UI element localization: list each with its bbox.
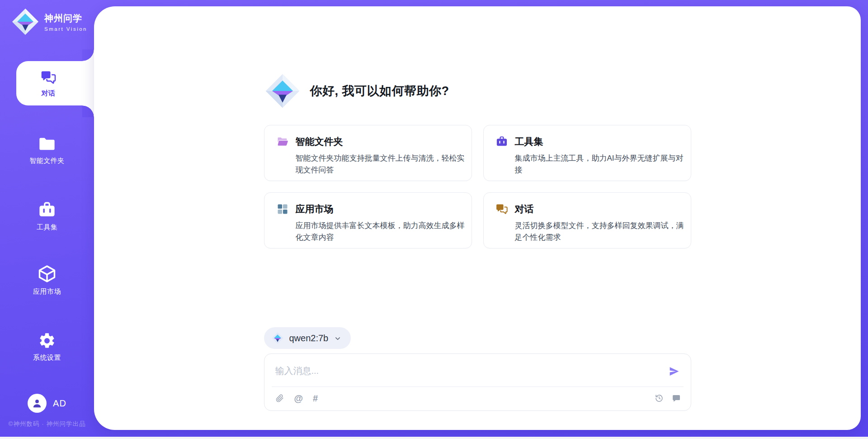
composer-tools-right	[655, 394, 681, 403]
sidebar-item-chat[interactable]: 对话	[16, 61, 94, 105]
horizontal-scrollbar[interactable]	[0, 437, 868, 439]
paperclip-icon	[275, 394, 284, 403]
card-app-market[interactable]: 应用市场 应用市场提供丰富长文本模板，助力高效生成多样化文章内容	[264, 192, 472, 248]
card-description: 灵活切换多模型文件，支持多样回复效果调试，满足个性化需求	[515, 220, 688, 244]
sidebar-item-app-market[interactable]: 应用市场	[0, 264, 94, 296]
card-chat[interactable]: 对话 灵活切换多模型文件，支持多样回复效果调试，满足个性化需求	[483, 192, 691, 248]
conversation-button[interactable]	[672, 394, 681, 403]
mention-button[interactable]: @	[294, 394, 303, 403]
model-name: qwen2:7b	[289, 333, 329, 344]
main-panel: 你好, 我可以如何帮助你? 智能文件夹 智能文件夹功能支持批量文件上传与清洗，轻…	[94, 6, 861, 430]
greeting-title: 你好, 我可以如何帮助你?	[310, 83, 449, 99]
sidebar: 神州问学 Smart Vision 对话 智能文件夹	[0, 0, 94, 439]
card-description: 应用市场提供丰富长文本模板，助力高效生成多样化文章内容	[296, 220, 468, 244]
folder-open-icon	[276, 135, 289, 148]
card-title: 工具集	[515, 135, 543, 148]
card-title: 应用市场	[296, 203, 334, 215]
card-title: 对话	[515, 203, 534, 215]
sidebar-item-label: 应用市场	[33, 287, 61, 296]
card-title: 智能文件夹	[296, 135, 343, 148]
chat-icon	[495, 203, 508, 215]
composer-tools-left: @ #	[275, 394, 318, 403]
history-button[interactable]	[655, 394, 664, 403]
toolbox-icon	[38, 200, 57, 220]
feature-cards: 智能文件夹 智能文件夹功能支持批量文件上传与清洗，轻松实现文件问答 工具集	[264, 125, 691, 248]
model-logo-icon	[271, 332, 284, 344]
greeting-row: 你好, 我可以如何帮助你?	[264, 72, 691, 110]
sidebar-item-toolset[interactable]: 工具集	[0, 200, 94, 232]
brand-logo-icon	[11, 7, 40, 36]
cube-icon	[37, 264, 57, 284]
main-content: 你好, 我可以如何帮助你? 智能文件夹 智能文件夹功能支持批量文件上传与清洗，轻…	[264, 6, 691, 430]
at-sign-icon: @	[294, 394, 303, 403]
assistant-logo-icon	[264, 72, 301, 110]
card-head: 应用市场	[276, 203, 461, 215]
card-description: 智能文件夹功能支持批量文件上传与清洗，轻松实现文件问答	[296, 153, 468, 177]
sidebar-item-settings[interactable]: 系统设置	[0, 332, 94, 362]
sidebar-footer-text: ©神州数码 · 神州问学出品	[0, 420, 94, 428]
hash-icon: #	[313, 394, 318, 403]
sidebar-item-label: 对话	[42, 89, 56, 98]
tab-curve-top	[82, 49, 94, 61]
send-icon	[669, 366, 680, 377]
folder-icon	[38, 135, 56, 153]
chat-bubble-icon	[672, 394, 681, 403]
send-button[interactable]	[667, 365, 682, 379]
avatar	[28, 394, 47, 413]
topic-button[interactable]: #	[313, 394, 318, 403]
user-name: AD	[53, 398, 66, 409]
brand-text: 神州问学 Smart Vision	[44, 12, 87, 32]
card-smart-folder[interactable]: 智能文件夹 智能文件夹功能支持批量文件上传与清洗，轻松实现文件问答	[264, 125, 472, 181]
card-description: 集成市场上主流工具，助力AI与外界无缝扩展与对接	[515, 153, 688, 177]
history-icon	[655, 394, 664, 403]
sidebar-item-smart-folder[interactable]: 智能文件夹	[0, 135, 94, 165]
brand-name: 神州问学	[44, 12, 87, 24]
sidebar-item-label: 工具集	[37, 223, 58, 232]
brand: 神州问学 Smart Vision	[11, 7, 87, 36]
card-toolset[interactable]: 工具集 集成市场上主流工具，助力AI与外界无缝扩展与对接	[483, 125, 691, 181]
composer: @ #	[264, 353, 691, 411]
sidebar-item-label: 系统设置	[33, 353, 61, 362]
user-profile[interactable]: AD	[0, 394, 94, 413]
card-head: 对话	[495, 203, 680, 215]
sidebar-item-label: 智能文件夹	[29, 157, 65, 165]
card-head: 工具集	[495, 135, 680, 148]
card-head: 智能文件夹	[276, 135, 461, 148]
model-selector[interactable]: qwen2:7b	[264, 327, 351, 349]
composer-input-row	[264, 354, 691, 387]
chat-icon	[40, 69, 57, 86]
attach-button[interactable]	[275, 394, 284, 403]
grid-icon	[276, 203, 289, 215]
toolbox-icon	[495, 135, 508, 148]
chevron-down-icon	[334, 334, 342, 343]
composer-toolbar: @ #	[264, 387, 691, 410]
brand-subtitle: Smart Vision	[44, 26, 87, 32]
tab-curve-bottom	[82, 105, 94, 117]
message-input[interactable]	[275, 365, 667, 376]
gear-icon	[38, 332, 56, 350]
composer-area: qwen2:7b	[264, 327, 691, 430]
